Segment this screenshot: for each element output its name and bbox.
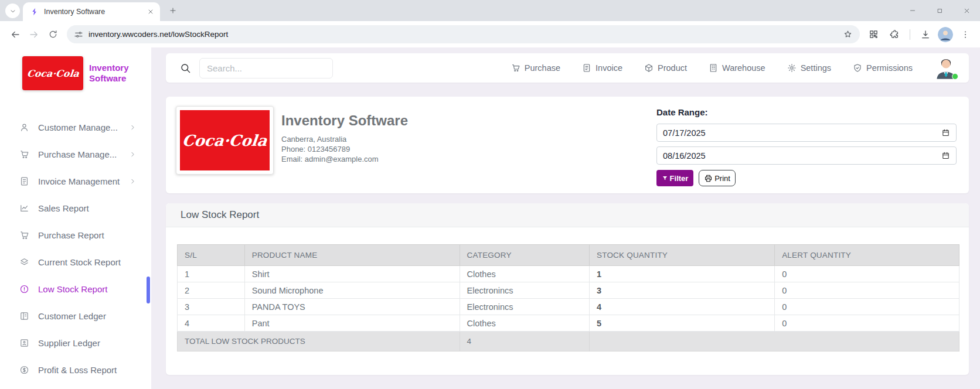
site-settings-icon[interactable] [74, 30, 83, 39]
downloads-button[interactable] [917, 26, 934, 43]
col-header-sl: S/L [178, 245, 245, 266]
online-status-dot [952, 73, 958, 80]
invoice-icon [19, 176, 29, 186]
sidebar-item-supplier-ledger[interactable]: Supplier Ledger [0, 329, 151, 356]
qr-code-button[interactable] [865, 26, 882, 43]
company-email: Email: admin@example.com [281, 154, 408, 164]
chevron-right-icon [129, 178, 137, 185]
top-nav-warehouse[interactable]: Warehouse [709, 63, 765, 73]
browser-tab[interactable]: Inventory Software [23, 2, 160, 21]
extensions-button[interactable] [886, 26, 903, 43]
address-bar[interactable]: inventory.wwcoders.net/lowStockReport [67, 25, 860, 43]
print-button[interactable]: Print [699, 170, 736, 186]
company-info: Coca·Cola Inventory Software Canberra, A… [176, 106, 408, 184]
sales-chart-icon [19, 203, 29, 213]
cart-icon [19, 149, 29, 159]
date-from-input[interactable]: 07/17/2025 [656, 124, 957, 142]
search-input[interactable] [199, 58, 333, 79]
new-tab-button[interactable] [165, 3, 181, 18]
reload-button[interactable] [43, 25, 62, 44]
sidebar-item-sales-report[interactable]: Sales Report [0, 194, 151, 221]
col-header-category: CATEGORY [460, 245, 589, 266]
close-icon [147, 8, 154, 15]
top-navigation: Purchase Invoice Product Warehouse Setti… [511, 63, 913, 73]
table-row: 1 Shirt Clothes 1 0 [178, 266, 959, 282]
back-button[interactable] [6, 25, 25, 44]
col-header-alert: ALERT QUANTITY [775, 245, 959, 266]
minimize-button[interactable] [899, 0, 926, 21]
browser-toolbar: inventory.wwcoders.net/lowStockReport [0, 21, 980, 47]
browser-menu-button[interactable] [957, 26, 974, 43]
user-icon [19, 122, 29, 132]
sidebar-item-customer-manage[interactable]: Customer Manage... [0, 114, 151, 141]
invoice-icon [582, 63, 591, 73]
calendar-icon[interactable] [941, 128, 950, 137]
funnel-icon [662, 175, 668, 182]
date-to-input[interactable]: 08/16/2025 [656, 146, 957, 165]
sidebar-item-purchase-manage[interactable]: Purchase Manage... [0, 141, 151, 168]
top-nav-product[interactable]: Product [644, 63, 687, 73]
table-row: 2 Sound Microphone Electronincs 3 0 [178, 282, 959, 299]
tab-strip: Inventory Software [0, 0, 980, 21]
company-logo: Coca·Cola [22, 56, 83, 90]
box-icon [644, 63, 654, 73]
sidebar-item-invoice-management[interactable]: Invoice Management [0, 168, 151, 194]
url-text: inventory.wwcoders.net/lowStockReport [89, 30, 838, 39]
tab-search-button[interactable] [5, 4, 20, 18]
chevron-right-icon [129, 151, 137, 158]
top-nav-settings[interactable]: Settings [787, 63, 831, 73]
maximize-button[interactable] [926, 0, 953, 21]
forward-button[interactable] [25, 25, 43, 44]
sidebar-item-customer-ledger[interactable]: Customer Ledger [0, 302, 151, 329]
bookmark-star-icon[interactable] [843, 29, 853, 39]
company-location: Canberra, Australia [281, 134, 408, 144]
filter-button[interactable]: Filter [656, 170, 693, 186]
user-avatar[interactable] [933, 54, 959, 81]
table-row: 3 PANDA TOYS Electronincs 4 0 [178, 299, 959, 315]
tab-close-button[interactable] [145, 7, 155, 17]
plus-icon [169, 6, 177, 15]
sidebar-menu: Customer Manage... Purchase Manage... In… [0, 114, 151, 383]
warehouse-icon [709, 63, 718, 73]
chevron-right-icon [129, 124, 137, 131]
search-area [180, 58, 333, 79]
browser-profile-avatar[interactable] [938, 27, 953, 42]
download-icon [920, 29, 931, 40]
footer-total-label: TOTAL LOW STOCK PRODUCTS [178, 332, 460, 352]
ledger-icon [19, 311, 29, 321]
sidebar: Coca·Cola Inventory Software Customer Ma… [0, 47, 151, 389]
reload-icon [48, 29, 58, 39]
sidebar-item-purchase-report[interactable]: Purchase Report [0, 221, 151, 248]
sidebar-scrollbar-thumb[interactable] [147, 277, 150, 303]
window-controls [899, 0, 980, 21]
company-phone: Phone: 0123456789 [281, 144, 408, 154]
report-title: Low Stock Report [181, 209, 259, 221]
toolbar-divider [910, 29, 910, 40]
table-footer-row: TOTAL LOW STOCK PRODUCTS 4 [178, 332, 959, 352]
low-stock-table: S/L PRODUCT NAME CATEGORY STOCK QUANTITY… [177, 244, 959, 352]
sidebar-item-current-stock-report[interactable]: Current Stock Report [0, 248, 151, 275]
top-nav-purchase[interactable]: Purchase [511, 63, 560, 73]
close-button[interactable] [953, 0, 980, 21]
alert-circle-icon [19, 284, 29, 294]
app-frame: Coca·Cola Inventory Software Customer Ma… [0, 47, 980, 389]
sidebar-item-low-stock-report[interactable]: Low Stock Report [0, 275, 151, 302]
col-header-stock: STOCK QUANTITY [590, 245, 775, 266]
company-logo-large: Coca·Cola [176, 106, 274, 175]
qr-code-icon [869, 29, 879, 39]
sidebar-brand: Coca·Cola Inventory Software [0, 47, 151, 90]
calendar-icon[interactable] [941, 151, 950, 160]
dollar-circle-icon [19, 365, 29, 375]
top-nav-permissions[interactable]: Permissions [853, 63, 913, 73]
gear-icon [787, 63, 797, 73]
date-range-label: Date Range: [656, 107, 957, 117]
chevron-down-icon [9, 7, 17, 15]
sidebar-item-profit-loss-report[interactable]: Profit & Loss Report [0, 356, 151, 383]
col-header-product: PRODUCT NAME [244, 245, 460, 266]
back-icon [10, 29, 21, 40]
top-nav-invoice[interactable]: Invoice [582, 63, 622, 73]
footer-total-value: 4 [460, 332, 589, 352]
coca-cola-logo-text: Coca·Cola [26, 68, 80, 79]
report-card: Low Stock Report S/L PRODUCT NAME CATEGO… [166, 203, 969, 375]
low-stock-table-wrap: S/L PRODUCT NAME CATEGORY STOCK QUANTITY… [177, 244, 959, 352]
